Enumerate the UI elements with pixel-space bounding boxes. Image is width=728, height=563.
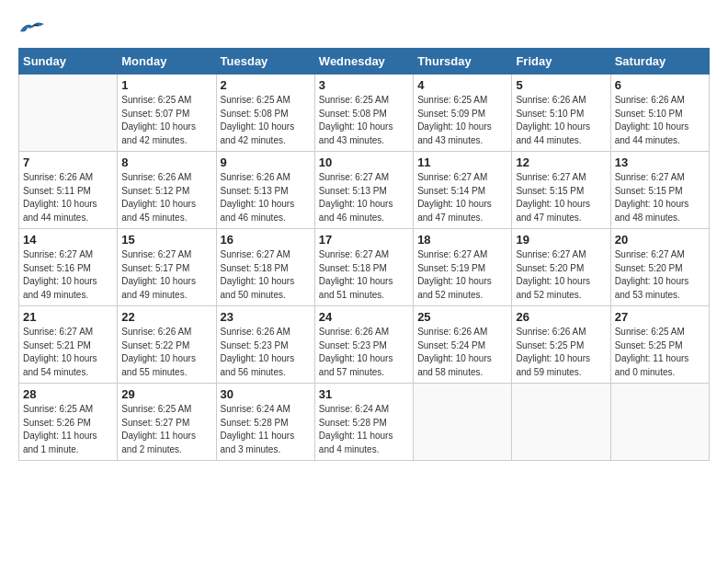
- day-info: Sunrise: 6:27 AMSunset: 5:20 PMDaylight:…: [516, 248, 606, 302]
- col-header-tuesday: Tuesday: [216, 49, 314, 75]
- calendar-cell: 17Sunrise: 6:27 AMSunset: 5:18 PMDayligh…: [314, 229, 413, 306]
- calendar-cell: 9Sunrise: 6:26 AMSunset: 5:13 PMDaylight…: [216, 152, 314, 229]
- week-row-5: 28Sunrise: 6:25 AMSunset: 5:26 PMDayligh…: [19, 384, 710, 461]
- day-number: 23: [221, 310, 311, 324]
- calendar-cell: 25Sunrise: 6:26 AMSunset: 5:24 PMDayligh…: [414, 306, 512, 384]
- day-info: Sunrise: 6:26 AMSunset: 5:11 PMDaylight:…: [23, 171, 113, 224]
- day-info: Sunrise: 6:27 AMSunset: 5:18 PMDaylight:…: [319, 248, 409, 302]
- day-info: Sunrise: 6:27 AMSunset: 5:15 PMDaylight:…: [516, 171, 606, 224]
- day-number: 6: [615, 78, 705, 92]
- calendar-cell: 24Sunrise: 6:26 AMSunset: 5:23 PMDayligh…: [314, 306, 413, 384]
- calendar-cell: 15Sunrise: 6:27 AMSunset: 5:17 PMDayligh…: [118, 229, 216, 306]
- day-number: 11: [417, 155, 507, 169]
- calendar-cell: 4Sunrise: 6:25 AMSunset: 5:09 PMDaylight…: [414, 75, 512, 152]
- week-row-2: 7Sunrise: 6:26 AMSunset: 5:11 PMDaylight…: [19, 152, 710, 229]
- calendar-table: SundayMondayTuesdayWednesdayThursdayFrid…: [18, 48, 710, 461]
- day-info: Sunrise: 6:26 AMSunset: 5:24 PMDaylight:…: [417, 326, 507, 379]
- day-info: Sunrise: 6:26 AMSunset: 5:23 PMDaylight:…: [221, 326, 311, 379]
- day-info: Sunrise: 6:25 AMSunset: 5:26 PMDaylight:…: [23, 403, 113, 456]
- day-number: 8: [121, 155, 211, 169]
- day-number: 30: [221, 387, 311, 401]
- calendar-cell: 19Sunrise: 6:27 AMSunset: 5:20 PMDayligh…: [512, 229, 610, 306]
- page-header: [18, 18, 710, 39]
- day-info: Sunrise: 6:24 AMSunset: 5:28 PMDaylight:…: [319, 403, 409, 456]
- day-info: Sunrise: 6:27 AMSunset: 5:20 PMDaylight:…: [615, 248, 705, 302]
- day-number: 21: [23, 310, 113, 324]
- logo-bird-icon: [18, 18, 46, 39]
- day-number: 5: [516, 78, 606, 92]
- day-number: 29: [121, 387, 211, 401]
- calendar-cell: 6Sunrise: 6:26 AMSunset: 5:10 PMDaylight…: [610, 75, 709, 152]
- day-number: 24: [319, 310, 409, 324]
- day-info: Sunrise: 6:27 AMSunset: 5:17 PMDaylight:…: [121, 248, 211, 302]
- day-info: Sunrise: 6:26 AMSunset: 5:23 PMDaylight:…: [319, 326, 409, 379]
- logo: [18, 18, 53, 39]
- day-info: Sunrise: 6:25 AMSunset: 5:09 PMDaylight:…: [417, 94, 507, 147]
- day-number: 3: [319, 78, 409, 92]
- day-number: 28: [23, 387, 113, 401]
- calendar-cell: 16Sunrise: 6:27 AMSunset: 5:18 PMDayligh…: [216, 229, 314, 306]
- day-number: 17: [319, 233, 409, 247]
- day-number: 7: [23, 155, 113, 169]
- calendar-cell: 26Sunrise: 6:26 AMSunset: 5:25 PMDayligh…: [512, 306, 610, 384]
- calendar-cell: 14Sunrise: 6:27 AMSunset: 5:16 PMDayligh…: [19, 229, 118, 306]
- day-number: 15: [121, 233, 211, 247]
- day-info: Sunrise: 6:25 AMSunset: 5:27 PMDaylight:…: [121, 403, 211, 456]
- col-header-thursday: Thursday: [414, 49, 512, 75]
- day-info: Sunrise: 6:24 AMSunset: 5:28 PMDaylight:…: [221, 403, 311, 456]
- week-row-4: 21Sunrise: 6:27 AMSunset: 5:21 PMDayligh…: [19, 306, 710, 384]
- day-info: Sunrise: 6:26 AMSunset: 5:12 PMDaylight:…: [121, 171, 211, 224]
- calendar-cell: [610, 384, 709, 461]
- day-info: Sunrise: 6:27 AMSunset: 5:21 PMDaylight:…: [23, 326, 113, 379]
- day-number: 18: [417, 233, 507, 247]
- calendar-cell: 30Sunrise: 6:24 AMSunset: 5:28 PMDayligh…: [216, 384, 314, 461]
- day-info: Sunrise: 6:25 AMSunset: 5:25 PMDaylight:…: [615, 326, 705, 379]
- day-info: Sunrise: 6:26 AMSunset: 5:10 PMDaylight:…: [516, 94, 606, 147]
- day-info: Sunrise: 6:26 AMSunset: 5:10 PMDaylight:…: [615, 94, 705, 147]
- day-info: Sunrise: 6:25 AMSunset: 5:07 PMDaylight:…: [121, 94, 211, 147]
- calendar-cell: 31Sunrise: 6:24 AMSunset: 5:28 PMDayligh…: [314, 384, 413, 461]
- calendar-cell: 27Sunrise: 6:25 AMSunset: 5:25 PMDayligh…: [610, 306, 709, 384]
- calendar-cell: 12Sunrise: 6:27 AMSunset: 5:15 PMDayligh…: [512, 152, 610, 229]
- day-number: 25: [417, 310, 507, 324]
- day-number: 16: [221, 233, 311, 247]
- calendar-cell: 18Sunrise: 6:27 AMSunset: 5:19 PMDayligh…: [414, 229, 512, 306]
- col-header-monday: Monday: [118, 49, 216, 75]
- day-info: Sunrise: 6:26 AMSunset: 5:13 PMDaylight:…: [221, 171, 311, 224]
- col-header-sunday: Sunday: [19, 49, 118, 75]
- day-info: Sunrise: 6:27 AMSunset: 5:13 PMDaylight:…: [319, 171, 409, 224]
- col-header-wednesday: Wednesday: [314, 49, 413, 75]
- calendar-cell: 20Sunrise: 6:27 AMSunset: 5:20 PMDayligh…: [610, 229, 709, 306]
- day-number: 14: [23, 233, 113, 247]
- day-number: 19: [516, 233, 606, 247]
- calendar-cell: 29Sunrise: 6:25 AMSunset: 5:27 PMDayligh…: [118, 384, 216, 461]
- day-info: Sunrise: 6:25 AMSunset: 5:08 PMDaylight:…: [319, 94, 409, 147]
- day-number: 20: [615, 233, 705, 247]
- day-info: Sunrise: 6:27 AMSunset: 5:16 PMDaylight:…: [23, 248, 113, 302]
- calendar-cell: 2Sunrise: 6:25 AMSunset: 5:08 PMDaylight…: [216, 75, 314, 152]
- calendar-cell: [19, 75, 118, 152]
- calendar-header: SundayMondayTuesdayWednesdayThursdayFrid…: [19, 49, 710, 75]
- calendar-cell: 22Sunrise: 6:26 AMSunset: 5:22 PMDayligh…: [118, 306, 216, 384]
- col-header-friday: Friday: [512, 49, 610, 75]
- calendar-cell: 28Sunrise: 6:25 AMSunset: 5:26 PMDayligh…: [19, 384, 118, 461]
- day-info: Sunrise: 6:26 AMSunset: 5:25 PMDaylight:…: [516, 326, 606, 379]
- day-number: 26: [516, 310, 606, 324]
- day-number: 22: [121, 310, 211, 324]
- day-info: Sunrise: 6:27 AMSunset: 5:19 PMDaylight:…: [417, 248, 507, 302]
- day-number: 10: [319, 155, 409, 169]
- day-number: 31: [319, 387, 409, 401]
- day-info: Sunrise: 6:25 AMSunset: 5:08 PMDaylight:…: [221, 94, 311, 147]
- calendar-cell: 3Sunrise: 6:25 AMSunset: 5:08 PMDaylight…: [314, 75, 413, 152]
- calendar-cell: 23Sunrise: 6:26 AMSunset: 5:23 PMDayligh…: [216, 306, 314, 384]
- day-info: Sunrise: 6:26 AMSunset: 5:22 PMDaylight:…: [121, 326, 211, 379]
- col-header-saturday: Saturday: [610, 49, 709, 75]
- day-number: 4: [417, 78, 507, 92]
- day-number: 13: [615, 155, 705, 169]
- day-number: 12: [516, 155, 606, 169]
- day-number: 2: [221, 78, 311, 92]
- calendar-cell: [414, 384, 512, 461]
- day-number: 27: [615, 310, 705, 324]
- calendar-cell: 10Sunrise: 6:27 AMSunset: 5:13 PMDayligh…: [314, 152, 413, 229]
- day-info: Sunrise: 6:27 AMSunset: 5:18 PMDaylight:…: [221, 248, 311, 302]
